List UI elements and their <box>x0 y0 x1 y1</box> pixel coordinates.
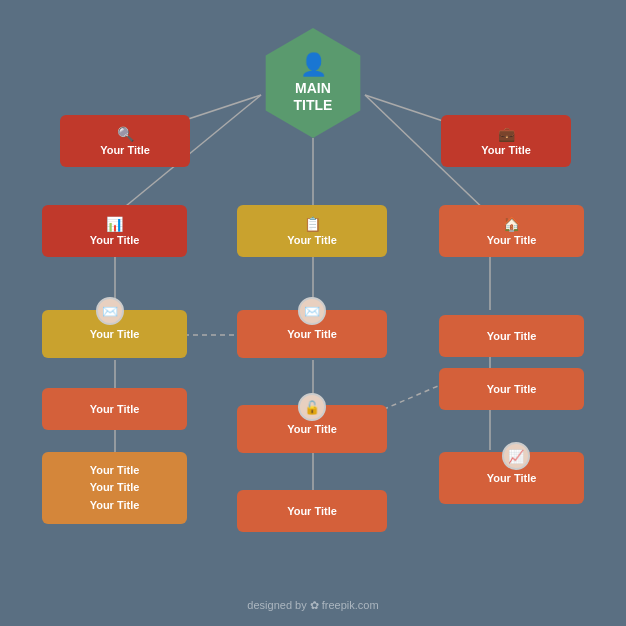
node-n11[interactable]: Your Title Your Title Your Title <box>42 452 187 524</box>
hexagon: 👤 MAIN TITLE <box>258 28 368 138</box>
node-n13[interactable]: Your Title <box>237 490 387 532</box>
clipboard-icon: 📋 <box>304 216 321 232</box>
home-icon: 🏠 <box>503 216 520 232</box>
node-n13-label: Your Title <box>287 505 337 517</box>
node-n2-label: Your Title <box>90 234 140 246</box>
node-n5[interactable]: 🏠 Your Title <box>439 205 584 257</box>
node-n11-line2: Your Title <box>90 479 140 497</box>
node-n9-label: Your Title <box>90 403 140 415</box>
lock-circle: 🔓 <box>298 393 326 421</box>
watermark: designed by ✿ freepik.com <box>247 599 378 612</box>
person-icon: 👤 <box>300 52 327 78</box>
node-n1[interactable]: 🔍 Your Title <box>60 115 190 167</box>
node-n4[interactable]: 💼 Your Title <box>441 115 571 167</box>
search-icon: 🔍 <box>117 126 134 142</box>
node-n1-label: Your Title <box>100 144 150 156</box>
node-n5-label: Your Title <box>487 234 537 246</box>
node-n14-label: Your Title <box>487 472 537 484</box>
main-title: MAIN TITLE <box>294 80 333 114</box>
node-n12-label: Your Title <box>287 423 337 435</box>
envelope-circle-center: ✉️ <box>298 297 326 325</box>
node-n2[interactable]: 📊 Your Title <box>42 205 187 257</box>
main-hex-node: 👤 MAIN TITLE <box>258 28 368 138</box>
node-n10[interactable]: Your Title <box>439 368 584 410</box>
envelope-circle-left: ✉️ <box>96 297 124 325</box>
node-n3-label: Your Title <box>287 234 337 246</box>
node-n8-label: Your Title <box>487 330 537 342</box>
node-n3[interactable]: 📋 Your Title <box>237 205 387 257</box>
node-n11-line1: Your Title <box>90 462 140 480</box>
node-n6-label: Your Title <box>90 328 140 340</box>
node-n7-label: Your Title <box>287 328 337 340</box>
node-n8[interactable]: Your Title <box>439 315 584 357</box>
node-n9[interactable]: Your Title <box>42 388 187 430</box>
node-n10-label: Your Title <box>487 383 537 395</box>
node-n4-label: Your Title <box>481 144 531 156</box>
briefcase-icon: 💼 <box>498 126 515 142</box>
chart-circle: 📈 <box>502 442 530 470</box>
node-n11-line3: Your Title <box>90 497 140 515</box>
chart-icon: 📊 <box>106 216 123 232</box>
